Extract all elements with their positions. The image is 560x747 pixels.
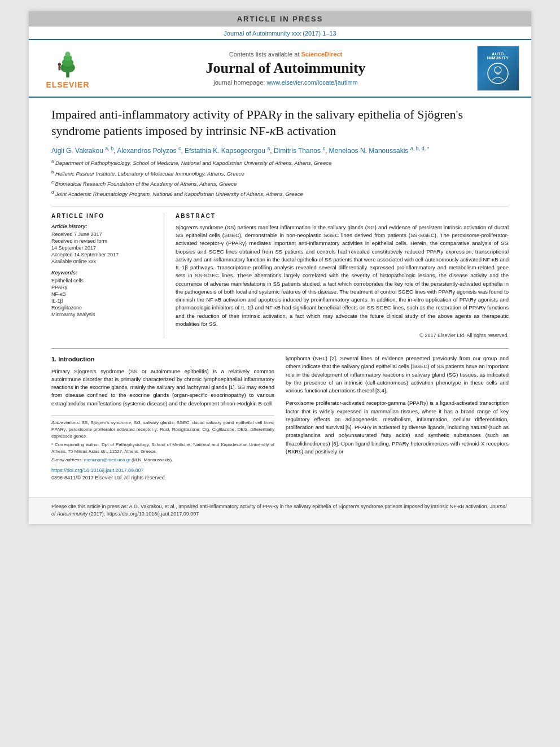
contents-label: Contents lists available at ScienceDirec…: [104, 51, 467, 58]
intro-para-1: Primary Sjögren's syndrome (SS or autoim…: [51, 368, 274, 408]
elsevier-logo: ELSEVIER: [46, 48, 89, 89]
abbreviations-footnote: Abbreviations: SS, Sjögren's syndrome; S…: [51, 420, 274, 440]
article-in-press-banner: ARTICLE IN PRESS: [29, 11, 531, 27]
email-link[interactable]: menunan@med.uoa.gr: [84, 457, 130, 462]
journal-reference: Journal of Autoimmunity xxx (2017) 1–13: [29, 27, 531, 39]
article-title: Impaired anti-inflammatory activity of P…: [51, 107, 509, 139]
svg-point-9: [496, 72, 500, 75]
abstract-column: ABSTRACT Sjögren's syndrome (SS) patient…: [176, 213, 509, 338]
intro-title: 1. Introduction: [51, 355, 274, 364]
svg-rect-6: [59, 66, 61, 70]
article-info-header: ARTICLE INFO: [51, 213, 156, 219]
elsevier-wordmark: ELSEVIER: [46, 80, 89, 89]
homepage-link[interactable]: www.elsevier.com/locate/jautimm: [266, 79, 357, 86]
abstract-header: ABSTRACT: [176, 213, 509, 219]
affiliations: a Department of Pathophysiology, School …: [51, 158, 509, 199]
intro-col-right: lymphoma (NHL) [2]. Several lines of evi…: [286, 355, 509, 482]
accepted-date: Accepted 14 September 2017: [51, 252, 156, 257]
article-info-column: ARTICLE INFO Article history: Received 7…: [51, 213, 164, 338]
intro-col-left: 1. Introduction Primary Sjögren's syndro…: [51, 355, 274, 482]
svg-point-5: [58, 63, 62, 65]
email-footnote: E-mail address: menunan@med.uoa.gr (M.N.…: [51, 457, 274, 464]
elsevier-logo-area: ELSEVIER: [37, 48, 99, 89]
journal-info-center: Contents lists available at ScienceDirec…: [99, 51, 473, 86]
keyword-5: Rosiglitazone: [51, 305, 156, 311]
introduction-columns: 1. Introduction Primary Sjögren's syndro…: [51, 355, 509, 482]
received-date: Received 7 June 2017: [51, 231, 156, 237]
doi-link[interactable]: https://doi.org/10.1016/j.jaut.2017.09.0…: [51, 467, 274, 475]
revised-label: Received in revised form: [51, 238, 156, 244]
journal-header: ELSEVIER Contents lists available at Sci…: [29, 39, 531, 98]
copyright: © 2017 Elsevier Ltd. All rights reserved…: [176, 333, 509, 338]
keyword-4: IL-1β: [51, 298, 156, 304]
article-info-abstract-section: ARTICLE INFO Article history: Received 7…: [51, 207, 509, 338]
keyword-6: Microarray analysis: [51, 312, 156, 317]
issn-line: 0896-8411/© 2017 Elsevier Ltd. All right…: [51, 474, 274, 482]
abstract-text: Sjögren's syndrome (SS) patients manifes…: [176, 224, 509, 328]
journal-cover-area: AUTOIMMUNITY: [473, 46, 523, 91]
keyword-2: PPARγ: [51, 285, 156, 290]
authors-line: Aigli G. Vakrakou a, b, Alexandros Polyz…: [51, 146, 509, 155]
intro-para-2: lymphoma (NHL) [2]. Several lines of evi…: [286, 355, 509, 395]
author-thanos[interactable]: Dimitris Thanos: [274, 147, 321, 155]
history-label: Article history:: [51, 224, 156, 229]
keywords-label: Keywords:: [51, 270, 156, 276]
corresponding-footnote: * Corresponding author. Dpt of Pathophys…: [51, 442, 274, 455]
intro-para-3: Peroxisome proliferator-activated recept…: [286, 399, 509, 456]
footer-text: Please cite this article in press as: A.…: [51, 503, 509, 518]
cover-title: AUTOIMMUNITY: [487, 52, 509, 60]
keyword-3: NF-κB: [51, 291, 156, 297]
footer-citation: Please cite this article in press as: A.…: [29, 497, 531, 524]
journal-title: Journal of Autoimmunity: [104, 60, 467, 77]
keyword-1: Epithelial cells: [51, 278, 156, 283]
author-manoussakis[interactable]: Menelaos N. Manoussakis: [329, 147, 409, 155]
introduction-section: 1. Introduction Primary Sjögren's syndro…: [51, 348, 509, 482]
svg-point-4: [65, 51, 70, 56]
journal-cover-image: AUTOIMMUNITY: [477, 46, 519, 91]
available-date: Available online xxx: [51, 259, 156, 264]
revised-date: 14 September 2017: [51, 245, 156, 251]
author-kapsogeorgou[interactable]: Efstathia K. Kapsogeorgou: [185, 147, 265, 155]
author-polyzos[interactable]: Alexandros Polyzos: [117, 147, 176, 155]
sciencedirect-link[interactable]: ScienceDirect: [301, 51, 343, 58]
footnotes: Abbreviations: SS, Sjögren's syndrome; S…: [51, 416, 274, 482]
journal-homepage: journal homepage: www.elsevier.com/locat…: [104, 79, 467, 86]
author-vakrakou[interactable]: Aigli G. Vakrakou: [51, 147, 103, 155]
